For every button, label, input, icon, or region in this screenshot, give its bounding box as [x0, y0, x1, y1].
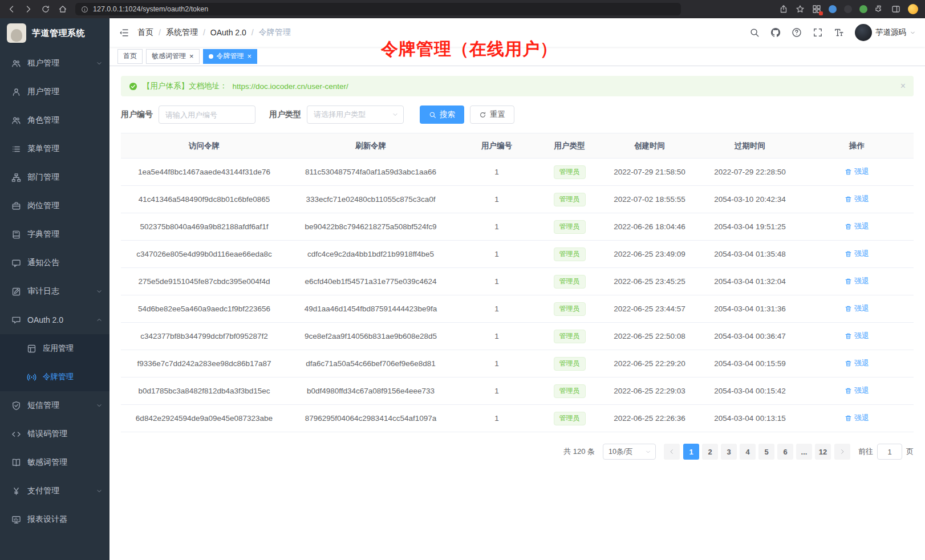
page-button-1[interactable]: 1 — [683, 444, 699, 460]
sidebar-item-report-designer[interactable]: 报表设计器 — [0, 505, 109, 534]
user-id-input[interactable] — [159, 105, 255, 124]
user-menu[interactable]: 芋道源码 — [855, 24, 916, 41]
sidebar-item-dict[interactable]: 字典管理 — [0, 220, 109, 249]
next-page-button[interactable] — [834, 444, 850, 460]
page-size-select[interactable]: 10条/页 — [603, 444, 656, 460]
sidebar-item-post[interactable]: 岗位管理 — [0, 192, 109, 220]
extension-dark-icon[interactable] — [844, 5, 852, 13]
tab-oauth2-token[interactable]: 令牌管理× — [203, 49, 258, 64]
sidebar-item-sms[interactable]: 短信管理 — [0, 391, 109, 420]
sidebar-item-error-code[interactable]: 错误码管理 — [0, 420, 109, 448]
extensions-puzzle-icon[interactable] — [875, 5, 884, 14]
user-type-tag: 管理员 — [554, 357, 586, 371]
user-id-cell: 1 — [454, 378, 539, 405]
alert-link[interactable]: https://doc.iocoder.cn/user-center/ — [233, 82, 348, 91]
user-type-select[interactable]: 请选择用户类型 — [307, 105, 404, 124]
page-unit: 页 — [906, 447, 914, 457]
tab-sensitive-word[interactable]: 敏感词管理× — [146, 49, 200, 64]
page-button-2[interactable]: 2 — [702, 444, 718, 460]
search-button[interactable]: 搜索 — [420, 105, 464, 124]
force-logout-button[interactable]: 强退 — [845, 221, 869, 232]
reset-button[interactable]: 重置 — [470, 105, 514, 124]
share-icon[interactable] — [779, 5, 788, 14]
force-logout-button[interactable]: 强退 — [845, 331, 869, 341]
force-logout-button[interactable]: 强退 — [845, 249, 869, 259]
force-logout-button[interactable]: 强退 — [845, 413, 869, 423]
sidebar-item-audit-log[interactable]: 审计日志 — [0, 277, 109, 306]
app-logo[interactable]: 芋道管理系统 — [0, 18, 109, 48]
force-logout-button[interactable]: 强退 — [845, 167, 869, 177]
browser-profile-avatar[interactable] — [908, 4, 918, 14]
page-button-5[interactable]: 5 — [758, 444, 774, 460]
force-logout-button[interactable]: 强退 — [845, 385, 869, 396]
sidebar-item-tenant[interactable]: 租户管理 — [0, 49, 109, 78]
sidebar-item-label: 租户管理 — [27, 58, 90, 68]
breadcrumb-item[interactable]: 首页 — [137, 27, 153, 38]
tree-icon — [11, 173, 21, 182]
sidebar-item-label: 通知公告 — [27, 258, 103, 268]
sidebar-item-oauth2-token[interactable]: 令牌管理 — [0, 363, 109, 391]
page-button-4[interactable]: 4 — [740, 444, 756, 460]
close-icon[interactable]: × — [189, 52, 194, 60]
fullscreen-icon[interactable] — [813, 27, 823, 38]
tab-label: 令牌管理 — [217, 51, 244, 61]
sidebar: 芋道管理系统 租户管理用户管理角色管理菜单管理部门管理岗位管理字典管理通知公告审… — [0, 18, 109, 560]
github-icon[interactable] — [770, 27, 781, 38]
back-icon[interactable] — [7, 5, 16, 14]
force-logout-button[interactable]: 强退 — [845, 194, 869, 204]
page-button-12[interactable]: 12 — [815, 444, 831, 460]
page-button-6[interactable]: 6 — [777, 444, 793, 460]
forward-icon[interactable] — [24, 5, 33, 14]
address-bar[interactable]: 127.0.0.1:1024/system/oauth2/token — [75, 3, 681, 15]
action-cell: 强退 — [800, 323, 914, 350]
bookmark-star-icon[interactable] — [796, 5, 805, 14]
search-icon[interactable] — [749, 27, 760, 38]
goto-page-input[interactable] — [877, 444, 902, 460]
user-type-cell: 管理员 — [539, 241, 599, 268]
extension-green-icon[interactable] — [859, 5, 867, 13]
navbar-tools: 芋道源码 — [749, 24, 916, 41]
created-time-cell: 2022-06-25 22:26:36 — [599, 405, 700, 432]
briefcase-icon — [11, 201, 21, 211]
refresh-token-cell: b0df4980ffd34c67a08f9156e4eee733 — [287, 378, 454, 405]
extension-grid-icon[interactable] — [812, 5, 821, 14]
sidebar-item-pay[interactable]: 支付管理 — [0, 477, 109, 505]
site-info-icon[interactable] — [81, 6, 88, 13]
success-icon — [129, 82, 137, 91]
created-time-cell: 2022-06-25 22:29:20 — [599, 350, 700, 378]
table-row: c342377bf8b344799dcbf7bf095287f29ce8ef2a… — [121, 323, 914, 350]
alert-close-icon[interactable]: × — [900, 82, 906, 91]
sidebar-item-notice[interactable]: 通知公告 — [0, 249, 109, 277]
sidebar-item-oauth2-app[interactable]: 应用管理 — [0, 334, 109, 363]
user-type-label: 用户类型 — [269, 109, 301, 120]
font-size-icon[interactable] — [834, 27, 844, 38]
user-id-cell: 1 — [454, 213, 539, 241]
sidebar-panel-icon[interactable] — [891, 5, 900, 14]
close-icon[interactable]: × — [248, 52, 252, 60]
help-icon[interactable] — [792, 27, 802, 38]
sidebar-item-role[interactable]: 角色管理 — [0, 106, 109, 135]
sidebar-item-label: 菜单管理 — [27, 144, 103, 154]
home-icon[interactable] — [58, 5, 67, 14]
force-logout-button[interactable]: 强退 — [845, 276, 869, 286]
breadcrumb-item[interactable]: 系统管理 — [166, 27, 198, 38]
sidebar-item-user[interactable]: 用户管理 — [0, 78, 109, 106]
reload-icon[interactable] — [41, 5, 50, 14]
trash-icon — [845, 360, 852, 367]
force-logout-button[interactable]: 强退 — [845, 358, 869, 368]
page-button-3[interactable]: 3 — [721, 444, 737, 460]
sidebar-item-sensitive-word[interactable]: 敏感词管理 — [0, 448, 109, 477]
sidebar-item-dept[interactable]: 部门管理 — [0, 163, 109, 192]
expire-time-cell: 2054-03-04 00:15:42 — [700, 378, 800, 405]
sidebar-item-menu[interactable]: 菜单管理 — [0, 135, 109, 163]
prev-page-button[interactable] — [664, 444, 680, 460]
sidebar-collapse-icon[interactable] — [119, 27, 129, 38]
sidebar-item-label: OAuth 2.0 — [27, 315, 90, 324]
tab-home[interactable]: 首页 — [117, 49, 143, 64]
extension-blue-icon[interactable] — [829, 5, 837, 13]
sidebar-item-oauth2[interactable]: OAuth 2.0 — [0, 306, 109, 334]
action-cell: 强退 — [800, 350, 914, 378]
chevron-left-icon — [668, 448, 675, 455]
breadcrumb-item[interactable]: OAuth 2.0 — [210, 28, 246, 37]
force-logout-button[interactable]: 强退 — [845, 303, 869, 314]
